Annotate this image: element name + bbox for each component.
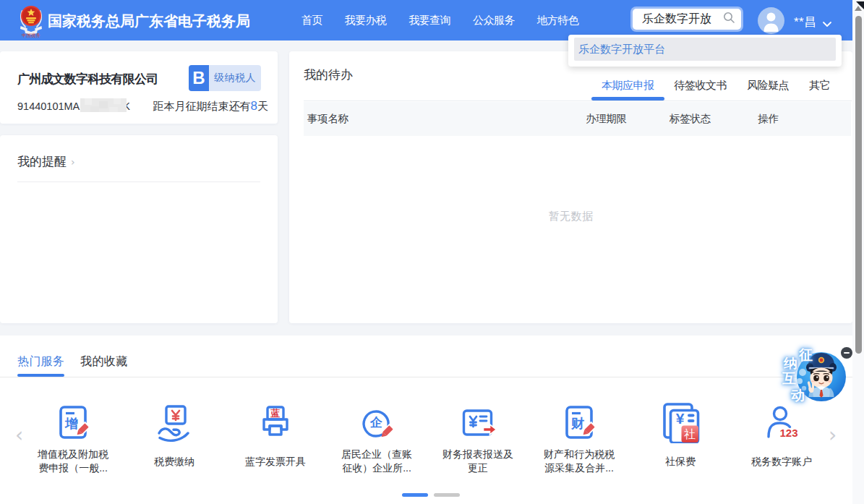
column-tag-status: 标签状态 <box>670 102 711 136</box>
taxpayer-grade-badge[interactable]: B 级纳税人 <box>189 65 261 91</box>
service-item-blue-invoice[interactable]: 蓝 蓝字发票开具 <box>225 403 326 475</box>
pagination-dot-active[interactable] <box>402 493 428 497</box>
reminder-card: 我的提醒 › <box>0 135 278 323</box>
service-label: 财产和行为税税源采集及合并... <box>541 448 617 475</box>
service-label: 社保费 <box>642 448 719 475</box>
service-item-financial-report[interactable]: 财务报表报送及更正 <box>427 403 529 475</box>
glyph-cai: 财 <box>570 417 584 431</box>
reminder-header[interactable]: 我的提醒 › <box>17 153 260 170</box>
glyph-zeng: 增 <box>64 417 78 431</box>
scrollbar-thumb[interactable] <box>855 16 862 354</box>
main-nav: 首页 我要办税 我要查询 公众服务 地方特色 <box>301 0 578 40</box>
countdown-days: 8 <box>251 99 257 113</box>
service-item-social-insurance[interactable]: ¥ 社 社保费 <box>630 403 731 475</box>
docs-yen-she-icon: ¥ 社 <box>660 403 701 443</box>
carousel-pagination <box>402 493 460 497</box>
site-title: 国家税务总局广东省电子税务局 <box>48 12 250 31</box>
grade-label: 级纳税人 <box>209 65 261 91</box>
nav-public-service[interactable]: 公众服务 <box>473 14 515 27</box>
todo-card: 我的待办 本期应申报 待签收文书 风险疑点 其它 事项名称 办理期限 标签状态 … <box>289 51 852 323</box>
column-item-name: 事项名称 <box>307 102 348 136</box>
nav-tax-handle[interactable]: 我要办税 <box>345 14 387 27</box>
tab-other[interactable]: 其它 <box>799 80 840 101</box>
glyph-yen: ¥ <box>676 410 685 427</box>
doc-yen-arrow-icon <box>458 403 498 443</box>
todo-title: 我的待办 <box>304 67 353 83</box>
nav-home[interactable]: 首页 <box>301 14 322 27</box>
widget-char-1: 征 <box>799 346 813 364</box>
nav-query[interactable]: 我要查询 <box>409 14 450 27</box>
services-section: 热门服务 我的收藏 增 增值税及附加税费申报（一般... <box>0 336 852 504</box>
mouse-cursor <box>855 0 864 13</box>
column-deadline: 办理期限 <box>586 102 627 136</box>
service-label: 居民企业（查账征收）企业所... <box>338 448 415 475</box>
tab-hot-services[interactable]: 热门服务 <box>17 354 64 377</box>
reminder-divider <box>17 181 260 182</box>
service-item-property-behavior-tax[interactable]: 财 财产和行为税税源采集及合并... <box>529 403 630 475</box>
doc-zeng-pencil-icon: 增 <box>53 403 93 443</box>
chevron-right-icon: › <box>71 156 75 168</box>
search-input[interactable] <box>642 13 720 26</box>
service-label: 财务报表报送及更正 <box>440 448 516 475</box>
tab-documents-to-sign[interactable]: 待签收文书 <box>664 80 737 101</box>
company-name: 广州成文数字科技有限公司 <box>17 68 158 87</box>
person-123-icon: 123 <box>761 403 802 443</box>
glyph-she: 社 <box>683 428 696 440</box>
service-label: 税务数字账户 <box>743 448 820 475</box>
grade-letter: B <box>189 65 209 91</box>
username-label[interactable]: **昌 <box>794 14 817 30</box>
printer-lan-icon: 蓝 <box>255 403 296 443</box>
todo-tabs: 本期应申报 待签收文书 风险疑点 其它 <box>591 80 840 101</box>
search-focus-ring <box>630 7 743 32</box>
carousel-prev-icon[interactable]: ‹ <box>15 425 23 445</box>
glyph-123: 123 <box>779 427 797 439</box>
service-item-digital-account[interactable]: 123 税务数字账户 <box>731 403 832 475</box>
filing-countdown: 距本月征期结束还有8天 <box>153 99 268 114</box>
tabs-divider <box>304 101 852 101</box>
tab-my-favorites[interactable]: 我的收藏 <box>80 354 127 377</box>
logo-caption: 中国税务 <box>22 33 41 38</box>
pagination-dot[interactable] <box>434 493 460 497</box>
tax-bureau-logo-icon: 中国税务 <box>17 2 45 41</box>
empty-state-text: 暂无数据 <box>289 210 852 223</box>
widget-char-4: 动 <box>791 386 805 405</box>
service-item-tax-payment[interactable]: 税费缴纳 <box>124 403 225 475</box>
service-item-resident-enterprise[interactable]: 企 居民企业（查账征收）企业所... <box>326 403 427 475</box>
hand-card-yen-icon <box>154 403 194 443</box>
service-label: 税费缴纳 <box>136 448 213 475</box>
service-item-vat-declaration[interactable]: 增 增值税及附加税费申报（一般... <box>22 403 124 475</box>
glyph-lan: 蓝 <box>270 408 281 419</box>
tab-risk-doubts[interactable]: 风险疑点 <box>737 80 799 101</box>
suggest-item[interactable]: 乐企数字开放平台 <box>574 38 836 61</box>
glyph-qi: 企 <box>369 416 382 430</box>
doc-cai-pencil-icon: 财 <box>559 403 599 443</box>
scrollbar[interactable] <box>852 0 864 504</box>
reminder-title: 我的提醒 <box>17 153 67 170</box>
service-label: 增值税及附加税费申报（一般... <box>35 448 111 475</box>
page: { "header": { "brand": "国家税务总局广东省电子税务局",… <box>0 0 864 504</box>
carousel-next-icon[interactable]: › <box>829 425 837 445</box>
services-carousel: 增 增值税及附加税费申报（一般... <box>22 403 832 475</box>
user-avatar[interactable] <box>758 7 784 34</box>
column-operation: 操作 <box>758 102 778 136</box>
search-box[interactable] <box>633 9 741 30</box>
todo-table-header: 事项名称 办理期限 标签状态 操作 <box>304 102 851 136</box>
search-icon[interactable] <box>723 12 735 27</box>
search-suggest-dropdown: 乐企数字开放平台 <box>568 35 842 67</box>
nav-local-feature[interactable]: 地方特色 <box>537 14 579 27</box>
service-label: 蓝字发票开具 <box>237 448 314 475</box>
chevron-down-icon[interactable] <box>822 17 832 30</box>
services-tabs: 热门服务 我的收藏 <box>17 354 127 377</box>
tab-current-declaration[interactable]: 本期应申报 <box>591 80 664 101</box>
taxpayer-card: 广州成文数字科技有限公司 B 级纳税人 91440101MAK 距本月征期结束还… <box>0 51 278 124</box>
tax-id-mosaic <box>80 98 127 114</box>
tax-interaction-widget[interactable]: 征 纳 互 动 <box>778 343 864 406</box>
circle-qi-pencil-icon: 企 <box>356 403 397 443</box>
tax-id: 91440101MAK <box>17 98 130 114</box>
services-divider <box>0 377 864 377</box>
widget-minimize-button[interactable] <box>841 347 852 359</box>
